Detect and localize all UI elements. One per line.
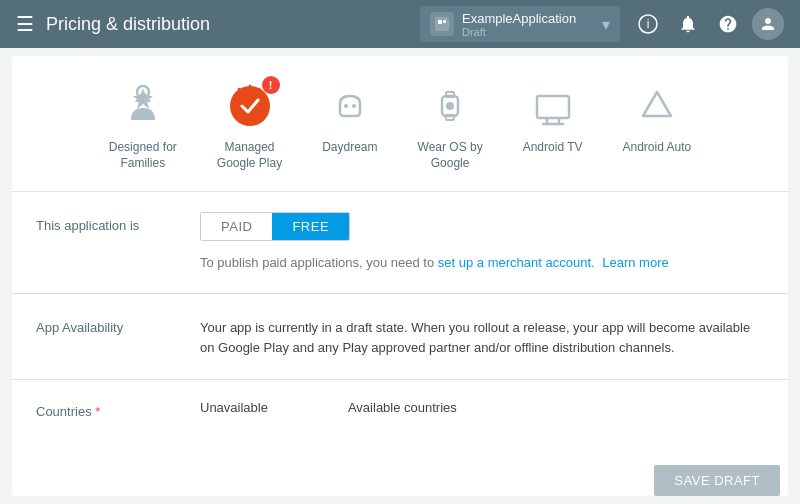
paid-button[interactable]: PAID [201, 213, 272, 240]
distribution-row: Designed forFamilies ! ManagedGoogle Pla… [12, 56, 788, 192]
unavailable-header: Unavailable [200, 400, 268, 415]
menu-icon[interactable]: ☰ [16, 12, 34, 36]
auto-icon-wrap [631, 80, 683, 132]
required-star: * [95, 404, 100, 419]
app-icon [430, 12, 454, 36]
dist-item-managed[interactable]: ! ManagedGoogle Play [217, 80, 282, 171]
wear-label: Wear OS byGoogle [418, 140, 483, 171]
pricing-section: This application is PAID FREE To publish… [12, 192, 788, 294]
dist-item-wear[interactable]: Wear OS byGoogle [418, 80, 483, 171]
svg-rect-13 [446, 115, 454, 120]
managed-label: ManagedGoogle Play [217, 140, 282, 171]
wear-icon-wrap [424, 80, 476, 132]
main-content: Designed forFamilies ! ManagedGoogle Pla… [12, 56, 788, 496]
chevron-down-icon: ▾ [602, 15, 610, 34]
page-title: Pricing & distribution [46, 14, 408, 35]
svg-rect-15 [537, 96, 569, 118]
countries-label: Countries * [36, 400, 176, 419]
dist-item-tv[interactable]: Android TV [523, 80, 583, 156]
daydream-label: Daydream [322, 140, 377, 156]
app-selector-text: ExampleApplication Draft [462, 11, 594, 38]
free-button[interactable]: FREE [272, 213, 349, 240]
navbar: ☰ Pricing & distribution ExampleApplicat… [0, 0, 800, 48]
dist-item-daydream[interactable]: Daydream [322, 80, 377, 156]
availability-content: Your app is currently in a draft state. … [200, 314, 764, 360]
svg-marker-19 [643, 92, 671, 116]
availability-label: App Availability [36, 314, 176, 335]
families-label: Designed forFamilies [109, 140, 177, 171]
svg-rect-2 [443, 20, 446, 23]
managed-badge: ! [262, 76, 280, 94]
managed-icon-wrap: ! [224, 80, 276, 132]
svg-rect-12 [446, 92, 454, 97]
daydream-icon-wrap [324, 80, 376, 132]
notifications-button[interactable] [672, 8, 704, 40]
nav-icons: i [632, 8, 784, 40]
pricing-label: This application is [36, 212, 176, 233]
svg-point-7 [230, 86, 270, 126]
svg-text:i: i [647, 17, 650, 31]
dist-item-families[interactable]: Designed forFamilies [109, 80, 177, 171]
app-selector[interactable]: ExampleApplication Draft ▾ [420, 6, 620, 42]
dist-item-auto[interactable]: Android Auto [623, 80, 692, 156]
svg-rect-1 [438, 20, 442, 24]
paid-free-toggle: PAID FREE [200, 212, 350, 241]
learn-more-link[interactable]: Learn more [602, 255, 668, 270]
countries-section: Countries * Unavailable Available countr… [12, 380, 788, 439]
bottom-bar: SAVE DRAFT [654, 465, 780, 496]
svg-point-9 [344, 104, 348, 108]
svg-point-14 [446, 102, 454, 110]
availability-section: App Availability Your app is currently i… [12, 294, 788, 381]
help-button[interactable] [712, 8, 744, 40]
tv-icon-wrap [527, 80, 579, 132]
merchant-notice: To publish paid applications, you need t… [200, 253, 764, 273]
available-header: Available countries [348, 400, 457, 415]
svg-rect-0 [435, 17, 449, 31]
info-button[interactable]: i [632, 8, 664, 40]
tv-label: Android TV [523, 140, 583, 156]
auto-label: Android Auto [623, 140, 692, 156]
availability-text: Your app is currently in a draft state. … [200, 314, 764, 360]
user-avatar[interactable] [752, 8, 784, 40]
countries-content: Unavailable Available countries [200, 400, 764, 415]
merchant-account-link[interactable]: set up a merchant account. [438, 255, 595, 270]
families-icon-wrap [117, 80, 169, 132]
pricing-content: PAID FREE To publish paid applications, … [200, 212, 764, 273]
save-draft-button[interactable]: SAVE DRAFT [654, 465, 780, 496]
svg-point-10 [352, 104, 356, 108]
